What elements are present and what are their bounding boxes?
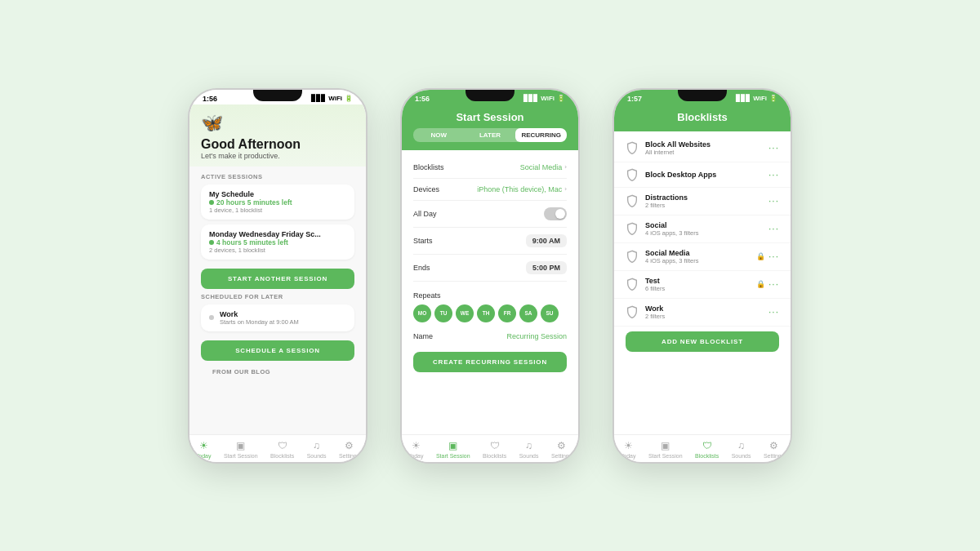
starts-label: Starts [413, 237, 433, 245]
scheduled-info: Work Starts on Monday at 9:00 AM [220, 310, 299, 326]
blocklists-row: Blocklists Social Media › [413, 157, 567, 179]
create-recurring-button[interactable]: CREATE RECURRING SESSION [413, 352, 567, 372]
tab-start-1[interactable]: ▣ Start Session [224, 440, 258, 459]
dots-icon-0[interactable]: ··· [768, 142, 779, 153]
blocklist-item-6[interactable]: Work 2 filters ··· [614, 299, 791, 327]
start-another-session-button[interactable]: START ANOTHER SESSION [201, 269, 354, 289]
blocklist-sub-4: 4 iOS apps, 3 filters [645, 257, 750, 264]
days-row: MO TU WE TH FR SA SU [413, 304, 567, 322]
blocklist-info-6: Work 2 filters [645, 304, 762, 320]
blocklists-chevron: › [564, 163, 567, 171]
sounds-icon-1: ♫ [313, 440, 320, 451]
tab-start-label-3: Start Session [648, 453, 683, 459]
tab-start-2[interactable]: ▣ Start Session [436, 440, 470, 459]
tab-blocklists-3[interactable]: 🛡 Blocklists [695, 440, 719, 459]
tab-settings-2[interactable]: ⚙ Settings [551, 440, 572, 459]
settings-icon-1: ⚙ [345, 440, 354, 451]
allday-toggle[interactable] [544, 207, 567, 220]
tab-today-label-3: Today [621, 453, 636, 459]
sounds-icon-2: ♫ [525, 440, 532, 451]
settings-icon-2: ⚙ [557, 440, 566, 451]
notch1 [253, 90, 302, 101]
tab-start-3[interactable]: ▣ Start Session [648, 440, 683, 459]
blocklists-icon-2: 🛡 [490, 440, 500, 451]
blocklist-name-4: Social Media [645, 249, 750, 257]
session1-time: 20 hours 5 minutes left [209, 198, 346, 207]
tab-sounds-label-2: Sounds [519, 453, 539, 459]
ends-value[interactable]: 5:00 PM [526, 261, 567, 274]
tab-today-2[interactable]: ☀ Today [408, 440, 424, 459]
phone2-header: Start Session NOW LATER RECURRING [402, 104, 578, 150]
active-sessions-label: ACTIVE SESSIONS [201, 173, 354, 180]
tab-sounds-3[interactable]: ♫ Sounds [732, 440, 751, 459]
tab-bar-1: ☀ Today ▣ Start Session 🛡 Blocklists ♫ S… [189, 434, 366, 462]
blocklist-name-0: Block All Websites [645, 140, 762, 149]
tab-later[interactable]: LATER [465, 128, 516, 142]
tab-sounds-2[interactable]: ♫ Sounds [519, 440, 539, 459]
blocklist-item-4[interactable]: Social Media 4 iOS apps, 3 filters 🔒 ··· [614, 243, 791, 271]
name-label: Name [413, 332, 433, 340]
schedule-session-button[interactable]: SCHEDULE A SESSION [201, 340, 354, 361]
session2-title: Monday Wednesday Friday Sc... [209, 230, 346, 238]
tab-sounds-label-1: Sounds [307, 453, 327, 459]
blocklist-item-3[interactable]: Social 4 iOS apps, 3 filters ··· [614, 216, 791, 243]
blocklist-item-5[interactable]: Test 6 filters 🔒 ··· [614, 271, 791, 299]
devices-value[interactable]: iPhone (This device), Mac › [477, 185, 567, 193]
dots-icon-5[interactable]: ··· [768, 278, 779, 290]
dots-icon-1[interactable]: ··· [768, 169, 779, 180]
add-blocklist-button[interactable]: ADD NEW BLOCKLIST [626, 331, 779, 352]
blocklist-actions-2: ··· [768, 195, 779, 207]
tab-settings-3[interactable]: ⚙ Settings [764, 440, 784, 459]
scheduled-sub: Starts on Monday at 9:00 AM [220, 318, 299, 326]
phone2-title: Start Session [413, 111, 567, 123]
blocklist-sub-3: 4 iOS apps, 3 filters [645, 229, 762, 237]
phone1: 1:56 ▊▊▊ WiFi 🔋 🦋 Good Afternoon Let's m… [188, 88, 368, 464]
tab-recurring[interactable]: RECURRING [515, 128, 567, 142]
day-fr[interactable]: FR [498, 304, 516, 322]
day-sa[interactable]: SA [519, 304, 537, 322]
dots-icon-2[interactable]: ··· [768, 195, 779, 207]
ends-label: Ends [413, 264, 430, 272]
blocklist-sub-5: 6 filters [645, 285, 750, 292]
shield-icon-4 [626, 250, 639, 263]
blocklist-item-2[interactable]: Distractions 2 filters ··· [614, 188, 791, 216]
tab-today-1[interactable]: ☀ Today [196, 440, 212, 459]
tab-blocklists-1[interactable]: 🛡 Blocklists [270, 440, 294, 459]
phone3-title: Blocklists [626, 111, 779, 123]
blocklist-actions-3: ··· [768, 223, 779, 234]
starts-value[interactable]: 9:00 AM [526, 234, 567, 247]
dots-icon-6[interactable]: ··· [768, 306, 779, 318]
dots-icon-4[interactable]: ··· [768, 251, 779, 262]
phone3-body: Block All Websites All internet ··· Bloc… [614, 131, 791, 434]
blocklist-item-1[interactable]: Block Desktop Apps ··· [614, 162, 791, 188]
shield-icon-3 [626, 222, 639, 235]
day-mo[interactable]: MO [413, 304, 431, 322]
tab-blocklists-label-3: Blocklists [695, 453, 719, 459]
blocklist-actions-6: ··· [768, 306, 779, 318]
tab-bar-3: ☀ Today ▣ Start Session 🛡 Blocklists ♫ S… [614, 434, 791, 462]
day-su[interactable]: SU [541, 304, 559, 322]
shield-icon-6 [626, 305, 639, 318]
status-time-1: 1:56 [203, 95, 217, 103]
blocklists-icon-1: 🛡 [278, 440, 287, 451]
phone3-header: Blocklists [614, 104, 791, 131]
tab-now[interactable]: NOW [413, 128, 465, 142]
day-th[interactable]: TH [477, 304, 495, 322]
day-tu[interactable]: TU [434, 304, 452, 322]
devices-row: Devices iPhone (This device), Mac › [413, 179, 567, 201]
allday-row: All Day [413, 201, 567, 228]
dots-icon-3[interactable]: ··· [768, 223, 779, 234]
blocklists-value[interactable]: Social Media › [520, 163, 567, 171]
lock-icon-5: 🔒 [756, 280, 765, 288]
shield-icon-1 [626, 168, 639, 181]
tab-sounds-1[interactable]: ♫ Sounds [307, 440, 327, 459]
name-value[interactable]: Recurring Session [506, 332, 567, 340]
tab-blocklists-2[interactable]: 🛡 Blocklists [483, 440, 506, 459]
dot-gray [209, 315, 214, 320]
blocklist-info-2: Distractions 2 filters [645, 193, 762, 209]
day-we[interactable]: WE [456, 304, 474, 322]
tab-settings-1[interactable]: ⚙ Settings [339, 440, 359, 459]
blocklist-item-0[interactable]: Block All Websites All internet ··· [614, 135, 791, 162]
tab-today-3[interactable]: ☀ Today [621, 440, 636, 459]
sounds-icon-3: ♫ [737, 440, 745, 451]
